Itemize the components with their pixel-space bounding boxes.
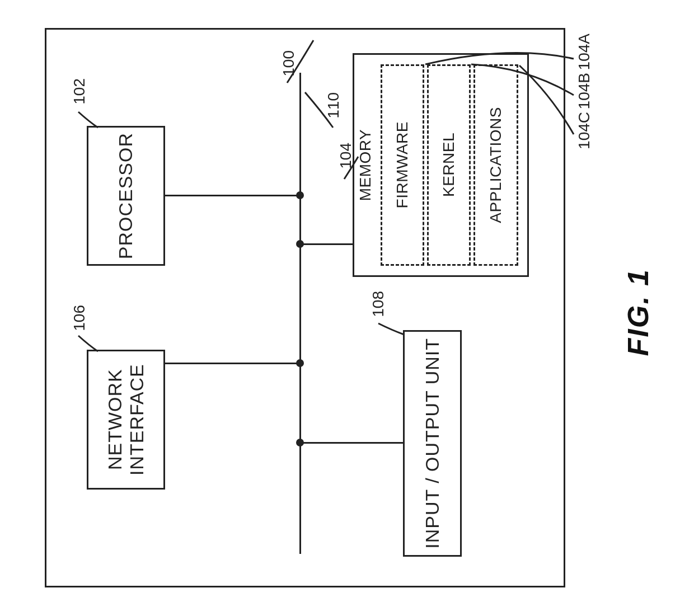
conn-io — [300, 442, 403, 444]
ref-applications: 104C — [575, 112, 593, 149]
ref-outer: 100 — [280, 50, 298, 77]
processor-block: PROCESSOR — [87, 126, 165, 266]
kernel-label: KERNEL — [440, 133, 458, 197]
kernel-box: KERNEL — [427, 64, 471, 266]
bus-junction-dot — [296, 240, 304, 248]
bus-junction-dot — [296, 439, 304, 446]
processor-label: PROCESSOR — [115, 133, 137, 259]
conn-network — [165, 363, 301, 364]
bus-junction-dot — [296, 359, 304, 367]
io-unit-label: INPUT / OUTPUT UNIT — [421, 338, 443, 549]
conn-memory — [300, 243, 353, 245]
diagram-canvas: PROCESSOR NETWORK INTERFACE MEMORY FIRMW… — [0, 0, 694, 616]
applications-label: APPLICATIONS — [487, 107, 505, 223]
io-unit-block: INPUT / OUTPUT UNIT — [403, 330, 462, 557]
network-interface-block: NETWORK INTERFACE — [87, 350, 165, 490]
figure-title: FIG. 1 — [621, 269, 655, 356]
bus-junction-dot — [296, 191, 304, 199]
network-interface-label: NETWORK INTERFACE — [104, 351, 148, 488]
ref-io: 108 — [369, 291, 387, 317]
ref-processor: 102 — [71, 78, 88, 105]
ref-network: 106 — [71, 305, 88, 331]
bus-line — [299, 73, 301, 554]
ref-firmware: 104A — [575, 34, 593, 70]
ref-memory: 104 — [337, 143, 355, 169]
ref-bus: 110 — [325, 92, 343, 119]
ref-kernel: 104B — [575, 73, 593, 109]
applications-box: APPLICATIONS — [473, 64, 518, 266]
firmware-label: FIRMWARE — [393, 121, 411, 208]
memory-label: MEMORY — [357, 129, 374, 201]
conn-processor — [165, 195, 301, 196]
firmware-box: FIRMWARE — [381, 64, 424, 266]
